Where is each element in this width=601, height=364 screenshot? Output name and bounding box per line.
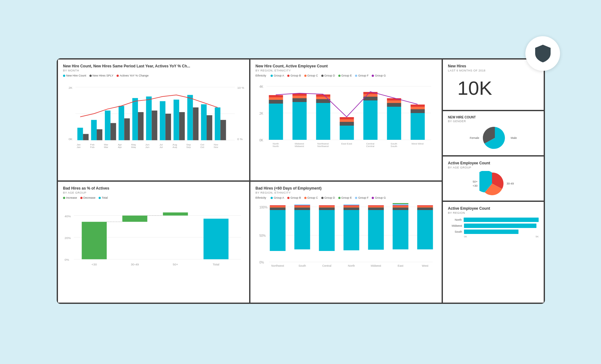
dot-bhr-f [355,197,357,199]
svg-rect-18 [83,134,89,140]
svg-rect-82 [411,109,425,113]
right-column: New Hires LAST 6 MONTHS OF 2018 10K NEW … [443,60,544,303]
svg-rect-149 [417,206,433,208]
svg-text:Jul: Jul [159,146,163,148]
subtitle-region: BY REGION [448,211,539,214]
svg-text:Jan: Jan [77,146,81,148]
svg-rect-72 [340,117,354,119]
panel-region: Active Employee Count BY REGION North Mi… [443,202,544,303]
svg-rect-19 [97,129,102,140]
svg-rect-21 [124,118,130,140]
legend-bhr-e: Group E [338,196,352,199]
gender-pie-chart [482,125,507,151]
legend-bhr-a: Group A [271,196,284,199]
new-hires-value: 10K [457,78,492,98]
dot-bhr-g [372,197,374,199]
svg-rect-58 [269,100,283,104]
svg-rect-136 [344,204,359,205]
svg-text:East: East [398,264,404,267]
svg-rect-63 [293,96,307,98]
svg-rect-79 [387,100,401,103]
svg-rect-9 [105,111,111,140]
svg-text:South: South [391,145,397,148]
svg-rect-148 [417,208,433,210]
legend-dot-new-hire-count [63,75,65,77]
svg-text:50+: 50+ [173,263,178,266]
svg-rect-11 [132,98,138,140]
svg-text:May: May [131,146,136,148]
svg-rect-146 [393,203,409,204]
dashboard: New Hire Count, New Hires Same Period La… [57,58,545,304]
legend-group-a: Group A [271,74,284,77]
svg-rect-75 [363,94,378,97]
svg-rect-7 [77,128,83,140]
svg-rect-78 [387,103,401,107]
svg-rect-23 [152,111,157,140]
svg-text:Central: Central [322,264,331,267]
title-new-hires-hero: New Hires [448,64,466,68]
legend-item-sply: New Hires SPLY [89,74,113,77]
subtitle-new-hires-hero: LAST 6 MONTHS OF 2018 [448,69,485,72]
svg-rect-62 [293,98,307,102]
svg-rect-143 [393,206,409,208]
age-pie-chart [479,171,505,196]
dot-decrease [80,197,83,199]
legend-group-d: Group D [321,74,335,77]
dot-group-a [271,75,273,77]
legend-group-g: Group G [372,74,386,77]
svg-text:0K: 0K [260,139,264,142]
male-label: Male [511,136,517,139]
svg-rect-104 [122,216,147,222]
legend-bad-hires: Increase Decrease Total [63,196,244,199]
svg-rect-15 [187,95,193,140]
panel-subtitle-new-hire-monthly: BY MONTH [63,69,244,72]
svg-rect-71 [340,119,354,122]
dot-group-c [304,75,306,77]
svg-text:Apr: Apr [118,146,122,148]
chart-bad-hires-age: 40% 20% 0% <30 30-49 50+ Total [63,201,244,270]
svg-rect-135 [344,205,359,206]
age-50-label: 50+ [473,180,478,183]
svg-text:100%: 100% [260,206,268,209]
dot-increase [63,197,65,199]
legend-decrease: Decrease [80,196,96,199]
svg-text:Oct: Oct [200,146,204,148]
legend-total: Total [99,196,108,199]
svg-rect-14 [174,100,179,140]
female-label: Female [470,136,479,139]
legend-ethnicity: Ethnicity Group A Group B Group C Group … [255,74,437,77]
svg-text:2K: 2K [69,86,73,89]
svg-rect-132 [344,210,359,250]
svg-rect-74 [363,97,378,100]
dot-bhr-e [338,197,341,199]
legend-group-e: Group E [338,74,352,77]
chart-bad-hires-region: 100% 50% 0% [255,201,437,268]
svg-rect-65 [316,103,330,140]
svg-rect-83 [411,107,425,109]
legend-label-new-hire-count: New Hire Count [66,74,86,77]
legend-group-b: Group B [287,74,301,77]
svg-rect-133 [344,208,359,210]
svg-text:Mar: Mar [104,146,108,148]
svg-rect-134 [344,206,359,208]
svg-rect-122 [270,205,286,206]
bar-row-south: South [448,230,539,234]
legend-group-c: Group C [304,74,318,77]
subtitle-age-group: BY AGE GROUP [448,166,539,169]
svg-text:Nov: Nov [214,146,218,148]
subtitle-gender: BY GENDER [448,120,539,123]
svg-rect-125 [295,206,310,208]
ethnicity-label-bottom: Ethnicity [255,196,266,199]
region-bar-chart: North Midwest South [448,218,539,234]
svg-text:Sep: Sep [186,146,191,148]
svg-text:East East: East East [341,142,352,145]
panel-title-new-hire-monthly: New Hire Count, New Hires Same Period La… [63,64,244,68]
svg-text:20%: 20% [65,236,71,240]
subtitle-bad-hires-region: BY REGION, ETHNICITY [255,191,437,194]
ethnicity-label: Ethnicity [255,74,266,77]
legend-bhr-f: Group F [355,196,369,199]
svg-text:10 %: 10 % [237,86,244,89]
svg-text:Total: Total [213,263,219,266]
label-increase: Increase [66,196,77,199]
legend-item-yoy: Actives YoY % Change [117,74,149,77]
